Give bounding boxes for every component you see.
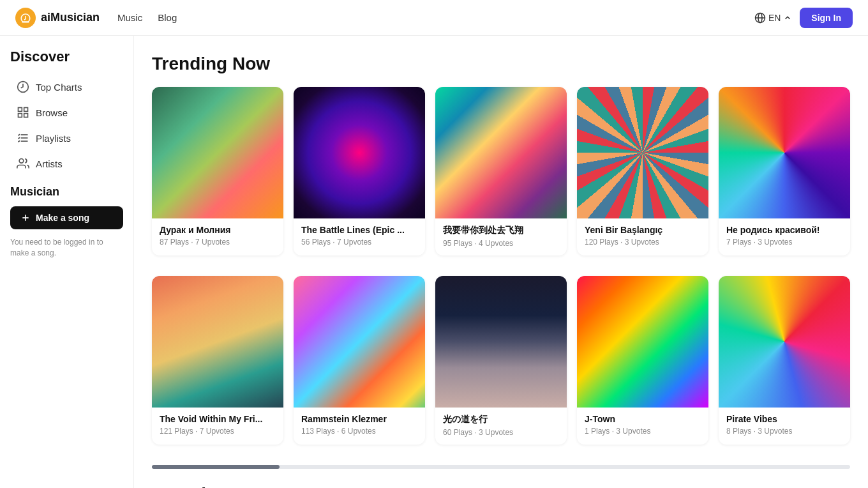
logo-text: aiMusician bbox=[41, 11, 100, 24]
card-thumbnail bbox=[577, 276, 708, 408]
card-title: Дурак и Молния bbox=[160, 225, 276, 235]
card-thumbnail bbox=[294, 87, 425, 218]
lang-label: EN bbox=[768, 13, 781, 23]
discover-title: Discover bbox=[10, 49, 123, 65]
card-info: Не родись красивой!7 Plays · 3 Upvotes bbox=[719, 218, 850, 254]
svg-point-11 bbox=[19, 159, 24, 164]
sidebar-item-browse[interactable]: Browse bbox=[10, 101, 123, 124]
card-item[interactable]: The Battle Lines (Epic ...56 Plays · 7 U… bbox=[294, 87, 425, 255]
header-nav: Music Blog bbox=[117, 12, 177, 23]
svg-rect-6 bbox=[19, 114, 22, 118]
sidebar-label-browse: Browse bbox=[36, 107, 68, 118]
card-meta: 87 Plays · 7 Upvotes bbox=[160, 238, 276, 247]
nav-blog[interactable]: Blog bbox=[158, 12, 177, 23]
header: aiMusician Music Blog EN Sign In bbox=[0, 0, 868, 36]
card-thumbnail bbox=[577, 87, 708, 218]
trending-row-2: The Void Within My Fri...121 Plays · 7 U… bbox=[152, 276, 850, 445]
card-info: The Battle Lines (Epic ...56 Plays · 7 U… bbox=[294, 218, 425, 254]
card-thumbnail bbox=[152, 276, 283, 408]
card-item[interactable]: Не родись красивой!7 Plays · 3 Upvotes bbox=[719, 87, 850, 255]
svg-rect-4 bbox=[19, 108, 22, 112]
card-info: Rammstein Klezmer113 Plays · 6 Upvotes bbox=[294, 408, 425, 443]
playlists-icon bbox=[17, 132, 29, 144]
svg-rect-7 bbox=[24, 114, 28, 118]
sidebar-label-artists: Artists bbox=[36, 158, 63, 169]
language-button[interactable]: EN bbox=[754, 12, 792, 24]
sidebar-label-playlists: Playlists bbox=[36, 133, 71, 144]
card-thumbnail bbox=[435, 87, 567, 218]
login-note: You need to be logged in to make a song. bbox=[10, 237, 123, 259]
card-title: J-Town bbox=[585, 414, 701, 424]
card-item[interactable]: Rammstein Klezmer113 Plays · 6 Upvotes bbox=[294, 276, 425, 445]
card-item[interactable]: 光の道を行60 Plays · 3 Upvotes bbox=[435, 276, 567, 445]
card-thumbnail bbox=[719, 276, 850, 408]
card-thumbnail bbox=[294, 276, 425, 408]
card-title: The Void Within My Fri... bbox=[160, 414, 276, 424]
chevron-up-icon bbox=[783, 13, 792, 22]
card-meta: 1 Plays · 3 Upvotes bbox=[585, 427, 701, 436]
plus-icon bbox=[20, 213, 31, 223]
trending-title: Trending Now bbox=[152, 54, 850, 74]
card-item[interactable]: Дурак и Молния87 Plays · 7 Upvotes bbox=[152, 87, 283, 255]
card-meta: 60 Plays · 3 Upvotes bbox=[443, 428, 559, 437]
card-item[interactable]: The Void Within My Fri...121 Plays · 7 U… bbox=[152, 276, 283, 445]
scroll-fill bbox=[152, 465, 280, 469]
trending-row-1: Дурак и Молния87 Plays · 7 UpvotesThe Ba… bbox=[152, 87, 850, 255]
globe-icon bbox=[754, 12, 766, 24]
main-content: Trending Now Дурак и Молния87 Plays · 7 … bbox=[134, 36, 868, 488]
sidebar-label-top-charts: Top Charts bbox=[36, 82, 82, 93]
card-thumbnail bbox=[719, 87, 850, 218]
card-info: Yeni Bir Başlangıç120 Plays · 3 Upvotes bbox=[577, 218, 708, 254]
sidebar: Discover Top Charts Browse Playlists Art… bbox=[0, 36, 134, 488]
card-info: The Void Within My Fri...121 Plays · 7 U… bbox=[152, 408, 283, 443]
card-title: Pirate Vibes bbox=[726, 414, 842, 424]
make-song-label: Make a song bbox=[36, 213, 89, 223]
browse-icon bbox=[17, 106, 29, 119]
top-charts-title: Top Charts bbox=[152, 484, 850, 488]
card-info: 我要带你到处去飞翔95 Plays · 4 Upvotes bbox=[435, 218, 567, 255]
scroll-indicator bbox=[152, 465, 850, 469]
card-title: 光の道を行 bbox=[443, 414, 559, 425]
card-info: Дурак и Молния87 Plays · 7 Upvotes bbox=[152, 218, 283, 254]
sidebar-item-top-charts[interactable]: Top Charts bbox=[10, 75, 123, 98]
card-meta: 8 Plays · 3 Upvotes bbox=[726, 427, 842, 436]
card-title: Rammstein Klezmer bbox=[301, 414, 417, 424]
sidebar-item-playlists[interactable]: Playlists bbox=[10, 126, 123, 149]
card-title: Yeni Bir Başlangıç bbox=[585, 225, 701, 235]
card-info: 光の道を行60 Plays · 3 Upvotes bbox=[435, 408, 567, 445]
artists-icon bbox=[17, 157, 29, 170]
logo-icon bbox=[15, 8, 36, 28]
card-info: Pirate Vibes8 Plays · 3 Upvotes bbox=[719, 408, 850, 443]
header-right: EN Sign In bbox=[754, 8, 853, 28]
card-item[interactable]: Yeni Bir Başlangıç120 Plays · 3 Upvotes bbox=[577, 87, 708, 255]
card-meta: 95 Plays · 4 Upvotes bbox=[443, 239, 559, 248]
nav-music[interactable]: Music bbox=[117, 12, 142, 23]
svg-rect-5 bbox=[24, 108, 28, 112]
card-item[interactable]: J-Town1 Plays · 3 Upvotes bbox=[577, 276, 708, 445]
card-meta: 7 Plays · 3 Upvotes bbox=[726, 238, 842, 247]
logo[interactable]: aiMusician bbox=[15, 8, 100, 28]
card-thumbnail bbox=[152, 87, 283, 218]
card-title: 我要带你到处去飞翔 bbox=[443, 225, 559, 236]
card-thumbnail bbox=[435, 276, 567, 408]
card-meta: 121 Plays · 7 Upvotes bbox=[160, 427, 276, 436]
card-meta: 113 Plays · 6 Upvotes bbox=[301, 427, 417, 436]
musician-title: Musician bbox=[10, 185, 123, 199]
card-info: J-Town1 Plays · 3 Upvotes bbox=[577, 408, 708, 443]
card-item[interactable]: Pirate Vibes8 Plays · 3 Upvotes bbox=[719, 276, 850, 445]
card-title: The Battle Lines (Epic ... bbox=[301, 225, 417, 235]
make-song-button[interactable]: Make a song bbox=[10, 206, 123, 229]
sidebar-item-artists[interactable]: Artists bbox=[10, 152, 123, 175]
sign-in-button[interactable]: Sign In bbox=[800, 8, 853, 28]
card-meta: 120 Plays · 3 Upvotes bbox=[585, 238, 701, 247]
card-meta: 56 Plays · 7 Upvotes bbox=[301, 238, 417, 247]
card-title: Не родись красивой! bbox=[726, 225, 842, 235]
card-item[interactable]: 我要带你到处去飞翔95 Plays · 4 Upvotes bbox=[435, 87, 567, 255]
top-charts-icon bbox=[17, 80, 29, 93]
layout: Discover Top Charts Browse Playlists Art… bbox=[0, 36, 868, 488]
